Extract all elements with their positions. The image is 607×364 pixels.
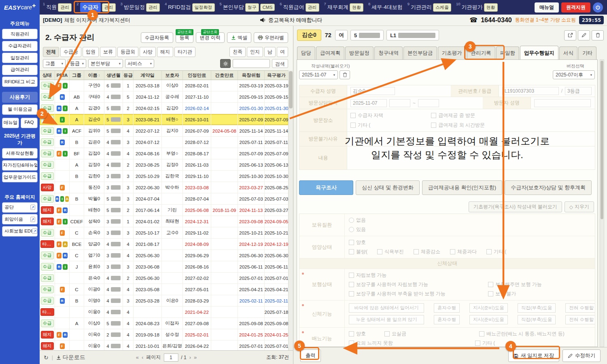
topnav-item-tag[interactable]: 현황: [350, 3, 363, 12]
table-row[interactable]: 수급FI구연0612025-03-18이상02028-02-012025-03-…: [40, 80, 289, 91]
checkbox-option[interactable]: 양호: [349, 239, 366, 246]
delete-button[interactable]: [592, 30, 604, 40]
mgmt-number-input[interactable]: L1910037303: [502, 87, 559, 95]
checkbox-option[interactable]: 보장구를 사용하여 자립보행 가능: [349, 281, 478, 288]
detail-tab-0[interactable]: 담당: [297, 47, 315, 59]
first-page-button[interactable]: «: [136, 354, 139, 360]
excel-export-button[interactable]: 엑셀: [227, 32, 251, 43]
column-header-6[interactable]: 계약일: [134, 71, 162, 80]
option-chip[interactable]: 지시(준비)도움: [469, 315, 508, 324]
column-header-8[interactable]: 인정만료: [183, 71, 211, 80]
table-row[interactable]: 해지FR배현0522017-06-14기린2025-06-082018-11-0…: [40, 205, 289, 216]
section-tab-1[interactable]: 심신 상태 및 환경변화: [356, 180, 420, 195]
table-row[interactable]: 수급RB김은0432024-07-122028-07-122025-07-112…: [40, 137, 289, 148]
table-row[interactable]: 사망F동진0332022-06-30박수하2023-03-082023-03-2…: [40, 182, 289, 193]
column-header-9[interactable]: 간호만료: [211, 71, 238, 80]
table-row[interactable]: 수급RIAB박월0532024-07-042028-07-042025-07-0…: [40, 193, 289, 205]
sidebar-item-0[interactable]: 서류작성현황: [2, 148, 38, 159]
status-filter-7[interactable]: 타기관: [174, 47, 195, 57]
sidebar-item-3[interactable]: 급여관리: [2, 65, 38, 75]
checkbox-option[interactable]: 배뇨곤란(배뇨 시 통증, 배뇨지연 등): [479, 330, 565, 337]
place-checkbox-0[interactable]: 수급자 자택: [350, 112, 383, 119]
page-input[interactable]: 1: [163, 353, 178, 362]
option-chip[interactable]: 직접(부축)도움: [518, 315, 556, 324]
option-chip[interactable]: 전혀 수행할 수 없음: [565, 315, 595, 324]
table-row[interactable]: 수급B김한0332025-10-29김한국2029-11-102025-10-3…: [40, 171, 289, 182]
detail-tab-8[interactable]: 업무수행일지: [520, 46, 558, 59]
table-row[interactable]: 수급IA김순0532023-08-21배현○2026-10-012025-07-…: [40, 114, 289, 125]
clear-button[interactable]: ◇지우기: [565, 201, 594, 212]
sidebar-item-1[interactable]: 자가진단&매뉴얼: [2, 160, 38, 171]
filter-select-1[interactable]: 등급▾: [68, 59, 86, 68]
topnav-item-tag[interactable]: 현황: [484, 3, 498, 12]
checkbox-option[interactable]: 보행 불가: [488, 290, 516, 297]
table-row[interactable]: 수급RIJ윤희0332023-06-082026-08-162025-06-11…: [40, 261, 289, 273]
search-input[interactable]: [233, 59, 270, 68]
detail-tab-4[interactable]: 본인부담금: [403, 47, 437, 59]
topnav-item-5[interactable]: 5본인부담청구CMS: [217, 0, 278, 15]
detail-scrollbar[interactable]: [600, 59, 604, 347]
scrollbar-thumb[interactable]: [601, 61, 603, 219]
topnav-item-tag[interactable]: 관리: [58, 3, 72, 12]
table-row[interactable]: 수급RB이명0432025-03-28이은02028-03-292025-02-…: [40, 295, 289, 307]
recipient-name-input[interactable]: 김순0: [350, 87, 395, 95]
delete-history-button[interactable]: [340, 70, 350, 79]
status-filter-3[interactable]: 보류: [100, 47, 116, 57]
status-filter-5[interactable]: 사망: [140, 47, 156, 57]
sidebar-item-1[interactable]: 수급자관리: [2, 41, 38, 51]
prev-page-button[interactable]: ‹: [142, 354, 143, 360]
sidebar-item-reviews[interactable]: 사용후기: [2, 92, 38, 103]
option-chip[interactable]: 직접(부축)도움: [518, 303, 556, 313]
checkbox-option[interactable]: 보장구를 사용하여 부축을 받아 보행 가능: [349, 290, 478, 297]
topnav-item-tag[interactable]: 관리: [146, 3, 160, 12]
table-row[interactable]: 수급은숙0422025-06-302027-02-022025-07-01202…: [40, 273, 289, 284]
download-button[interactable]: 다운로드: [56, 354, 85, 361]
table-row[interactable]: 수급RAB구태0452024-11-12공수레2027-11-102025-09…: [40, 91, 289, 103]
remote-support-button[interactable]: 원격지원: [561, 2, 590, 13]
column-header-7[interactable]: 보호자: [162, 71, 183, 80]
visit-date-input[interactable]: 2025-11-07: [350, 99, 387, 107]
register-recipient-button[interactable]: 수급자등록: [141, 32, 173, 43]
detail-tab-1[interactable]: 급여계획: [316, 47, 344, 59]
table-row[interactable]: 해지F이웅0442021-10-01김은희/김명중2026-04-222025-…: [40, 341, 289, 350]
topnav-item-8[interactable]: 8세무·4대보험: [366, 0, 405, 15]
app-logo[interactable]: EASYcare: [0, 0, 40, 15]
sidebar-item-faq[interactable]: FAQ: [21, 118, 38, 128]
sidebar-item-manual[interactable]: 매뉴얼: [2, 118, 19, 128]
topnav-item-tag[interactable]: 일정확정: [192, 3, 215, 12]
table-row[interactable]: 타기관이웅0442021-04-222025-07-18: [40, 307, 289, 318]
visitor-name-input[interactable]: [534, 99, 591, 107]
table-row[interactable]: 해지FICDEF성락0312024-01-02최태현2024-12-312023…: [40, 216, 289, 227]
topnav-item-3[interactable]: 3방문일정관리: [118, 0, 162, 15]
sidebar-link-1[interactable]: 희망이음↗: [2, 214, 38, 224]
sidebar-link-0[interactable]: 공단↗: [2, 202, 38, 213]
status-filter-2[interactable]: 입원: [83, 47, 99, 57]
load-basic-eval-button[interactable]: 기초평가(욕구조사) 작성내역 불러오기: [469, 201, 562, 212]
filter-select-3[interactable]: 서비스▾: [125, 59, 154, 68]
topnav-item-tag[interactable]: 청구: [245, 3, 259, 12]
checkbox-option[interactable]: 기타 (: [475, 340, 495, 347]
manual-button[interactable]: 매뉴얼: [535, 2, 559, 13]
column-header-11[interactable]: 욕구평가: [265, 71, 289, 80]
topnav-item-1[interactable]: 1직원관리: [40, 0, 74, 15]
checkbox-option[interactable]: 불량(: [349, 248, 367, 255]
detail-tab-7[interactable]: 파일함: [496, 47, 520, 59]
detail-tab-5[interactable]: 기초평가: [438, 47, 466, 59]
detail-tab-10[interactable]: 기타: [578, 47, 596, 59]
section-tab-2[interactable]: 급여제공내용 확인(인지포함): [422, 180, 502, 195]
edit-button[interactable]: [578, 30, 590, 40]
status-filter-0[interactable]: 전체: [43, 47, 59, 57]
search-button[interactable]: 검색: [272, 59, 288, 68]
detail-tab-3[interactable]: 청구내역: [374, 47, 403, 59]
filter-select-2[interactable]: 본인부담▾: [88, 59, 123, 68]
print-button[interactable]: 출력: [300, 349, 321, 362]
option-chip[interactable]: 혼자수행: [434, 303, 460, 313]
settings-gear-button[interactable]: [220, 59, 231, 68]
topnav-item-9[interactable]: 9기관관리스케줄: [405, 0, 454, 15]
mail-label-button[interactable]: 우편라벨: [254, 32, 288, 43]
topnav-item-10[interactable]: 10기관평가현황: [454, 0, 500, 15]
section-tab-0[interactable]: 욕구조사: [299, 180, 353, 195]
sidebar-link-2[interactable]: 사회보험 EDI↗: [2, 226, 38, 237]
table-row[interactable]: 수급A이상0542024-08-23이점자2027-09-082025-09-0…: [40, 318, 289, 329]
checkbox-option[interactable]: 기타 (: [486, 248, 506, 255]
